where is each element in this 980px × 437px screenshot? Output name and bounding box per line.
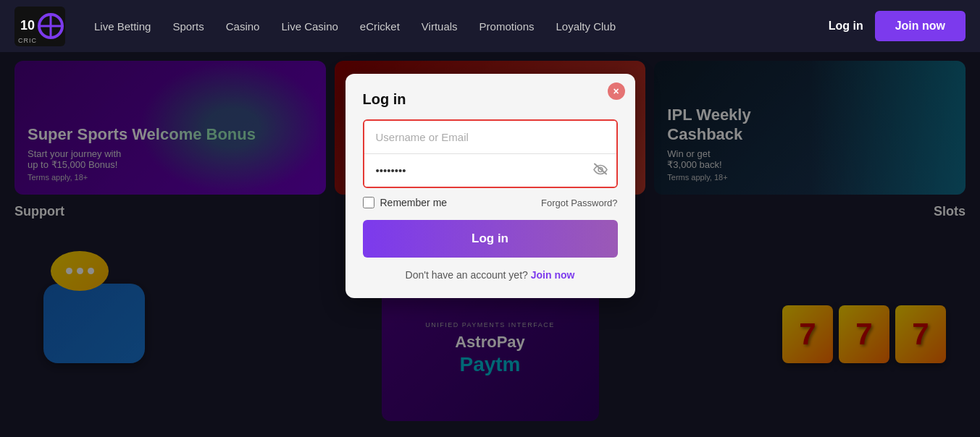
nav-loyalty-club[interactable]: Loyalty Club	[556, 20, 616, 33]
toggle-password-icon[interactable]	[593, 162, 608, 179]
password-wrapper	[364, 154, 616, 187]
nav-live-betting[interactable]: Live Betting	[94, 20, 151, 33]
register-link[interactable]: Join now	[531, 269, 575, 281]
modal-backdrop: × Log in	[0, 52, 980, 437]
login-modal: × Log in	[345, 74, 635, 298]
register-text: Don't have an account yet?	[406, 269, 528, 281]
header-actions: Log in Join now	[829, 11, 966, 41]
modal-login-button[interactable]: Log in	[363, 220, 618, 258]
join-now-button[interactable]: Join now	[875, 11, 966, 41]
modal-close-button[interactable]: ×	[608, 82, 625, 100]
svg-text:CRIC: CRIC	[18, 37, 37, 44]
header: 10 CRIC Live Betting Sports Casino Live …	[0, 0, 980, 52]
nav-casino[interactable]: Casino	[226, 20, 260, 33]
nav-sports[interactable]: Sports	[172, 20, 204, 33]
main-content: Super Sports Welcome Bonus Start your jo…	[0, 52, 980, 437]
login-button[interactable]: Log in	[829, 20, 863, 33]
nav-ecricket[interactable]: eCricket	[360, 20, 400, 33]
remember-label: Remember me	[380, 197, 448, 208]
nav-live-casino[interactable]: Live Casino	[281, 20, 338, 33]
logo[interactable]: 10 CRIC	[14, 7, 65, 46]
main-nav: Live Betting Sports Casino Live Casino e…	[94, 20, 829, 33]
credential-input-group	[363, 119, 618, 188]
svg-text:10: 10	[20, 18, 35, 33]
nav-promotions[interactable]: Promotions	[479, 20, 535, 33]
nav-virtuals[interactable]: Virtuals	[422, 20, 458, 33]
register-prompt: Don't have an account yet? Join now	[363, 269, 618, 281]
modal-title: Log in	[363, 91, 618, 108]
remember-row: Remember me Forgot Password?	[363, 197, 618, 208]
remember-checkbox[interactable]	[363, 197, 374, 208]
password-input[interactable]	[364, 154, 616, 187]
forgot-password-link[interactable]: Forgot Password?	[541, 198, 618, 208]
remember-left: Remember me	[363, 197, 448, 208]
username-input[interactable]	[364, 121, 616, 154]
